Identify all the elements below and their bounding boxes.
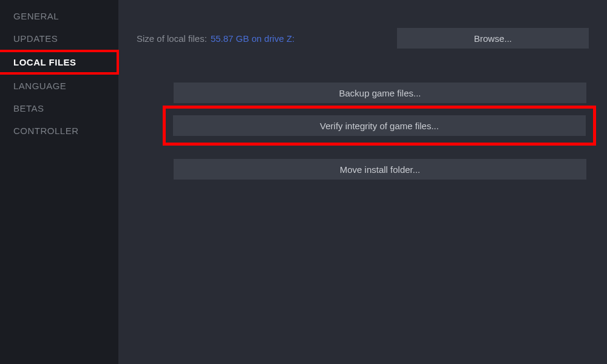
- sidebar-item-label: BETAS: [13, 103, 44, 113]
- sidebar-item-label: UPDATES: [13, 33, 58, 44]
- backup-button-label: Backup game files...: [339, 88, 421, 98]
- sidebar-item-label: LANGUAGE: [13, 81, 66, 91]
- browse-button-label: Browse...: [474, 33, 512, 44]
- size-value: 55.87 GB on drive Z:: [211, 33, 294, 44]
- sidebar-item-label: CONTROLLER: [13, 126, 79, 136]
- sidebar-item-updates[interactable]: UPDATES: [0, 27, 118, 50]
- verify-highlight: Verify integrity of game files...: [163, 106, 596, 146]
- sidebar-item-language[interactable]: LANGUAGE: [0, 75, 118, 97]
- sidebar-item-general[interactable]: GENERAL: [0, 5, 118, 27]
- sidebar-item-label: GENERAL: [13, 11, 59, 21]
- move-button-label: Move install folder...: [340, 164, 421, 175]
- spacer: [137, 148, 589, 159]
- move-install-folder-button[interactable]: Move install folder...: [174, 159, 586, 180]
- local-files-size-row: Size of local files: 55.87 GB on drive Z…: [137, 28, 589, 49]
- browse-button[interactable]: Browse...: [397, 28, 589, 49]
- sidebar-item-betas[interactable]: BETAS: [0, 97, 118, 120]
- sidebar-item-label: LOCAL FILES: [13, 57, 76, 67]
- sidebar: GENERAL UPDATES LOCAL FILES LANGUAGE BET…: [0, 0, 118, 364]
- verify-button-label: Verify integrity of game files...: [320, 121, 439, 131]
- sidebar-item-local-files[interactable]: LOCAL FILES: [0, 50, 119, 75]
- content-panel: Size of local files: 55.87 GB on drive Z…: [118, 0, 607, 364]
- backup-game-files-button[interactable]: Backup game files...: [174, 83, 586, 103]
- size-label: Size of local files:: [137, 33, 207, 44]
- verify-integrity-button[interactable]: Verify integrity of game files...: [173, 115, 586, 136]
- sidebar-item-controller[interactable]: CONTROLLER: [0, 120, 118, 142]
